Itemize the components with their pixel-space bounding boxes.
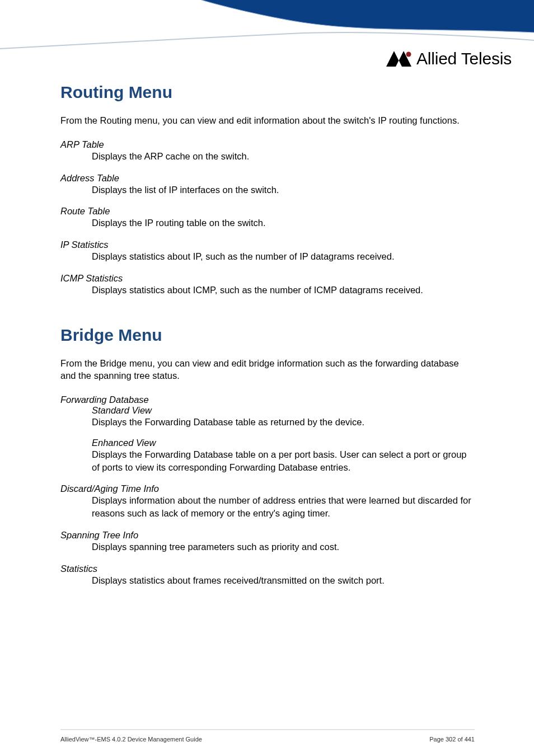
bridge-item-spanning: Spanning Tree Info Displays spanning tre… <box>60 530 475 553</box>
desc-discard-aging: Displays information about the number of… <box>92 494 475 520</box>
term-ip-statistics: IP Statistics <box>60 240 475 250</box>
term-spanning-tree: Spanning Tree Info <box>60 530 475 541</box>
bridge-heading: Bridge Menu <box>60 326 475 345</box>
subterm-standard-view: Standard View <box>92 405 475 416</box>
svg-point-3 <box>406 52 411 57</box>
desc-address-table: Displays the list of IP interfaces on th… <box>92 184 475 196</box>
routing-item: IP Statistics Displays statistics about … <box>60 240 475 263</box>
footer-right: Page 302 of 441 <box>429 736 475 743</box>
desc-route-table: Displays the IP routing table on the swi… <box>92 217 475 229</box>
footer-divider <box>60 729 475 730</box>
desc-statistics: Displays statistics about frames receive… <box>92 574 475 587</box>
brand-name: Allied Telesis <box>416 49 512 68</box>
term-statistics: Statistics <box>60 564 475 574</box>
bridge-item-statistics: Statistics Displays statistics about fra… <box>60 564 475 587</box>
desc-ip-statistics: Displays statistics about IP, such as th… <box>92 250 475 263</box>
brand-logo: Allied Telesis <box>386 49 512 68</box>
term-discard-aging: Discard/Aging Time Info <box>60 483 475 494</box>
routing-item: Address Table Displays the list of IP in… <box>60 173 475 196</box>
brand-mark-icon <box>386 51 412 67</box>
term-arp-table: ARP Table <box>60 139 475 150</box>
routing-heading: Routing Menu <box>60 83 475 102</box>
routing-intro: From the Routing menu, you can view and … <box>60 114 475 127</box>
footer-left: AlliedView™-EMS 4.0.2 Device Management … <box>60 736 202 743</box>
term-address-table: Address Table <box>60 173 475 184</box>
routing-item: ARP Table Displays the ARP cache on the … <box>60 139 475 163</box>
desc-arp-table: Displays the ARP cache on the switch. <box>92 150 475 163</box>
term-route-table: Route Table <box>60 206 475 217</box>
bridge-item-discard: Discard/Aging Time Info Displays informa… <box>60 483 475 520</box>
page-footer: AlliedView™-EMS 4.0.2 Device Management … <box>60 736 475 743</box>
term-icmp-statistics: ICMP Statistics <box>60 273 475 284</box>
bridge-item-fdb: Forwarding Database Standard View Displa… <box>60 395 475 473</box>
content-body: Routing Menu From the Routing menu, you … <box>60 83 475 586</box>
subdesc-standard-view: Displays the Forwarding Database table a… <box>92 416 475 429</box>
routing-item: ICMP Statistics Displays statistics abou… <box>60 273 475 297</box>
subdesc-enhanced-view: Displays the Forwarding Database table o… <box>92 448 475 474</box>
desc-spanning-tree: Displays spanning tree parameters such a… <box>92 541 475 553</box>
page: Allied Telesis Routing Menu From the Rou… <box>0 0 534 756</box>
routing-item: Route Table Displays the IP routing tabl… <box>60 206 475 229</box>
term-forwarding-database: Forwarding Database <box>60 395 475 405</box>
subterm-enhanced-view: Enhanced View <box>92 438 475 448</box>
bridge-intro: From the Bridge menu, you can view and e… <box>60 357 475 383</box>
desc-icmp-statistics: Displays statistics about ICMP, such as … <box>92 284 475 297</box>
